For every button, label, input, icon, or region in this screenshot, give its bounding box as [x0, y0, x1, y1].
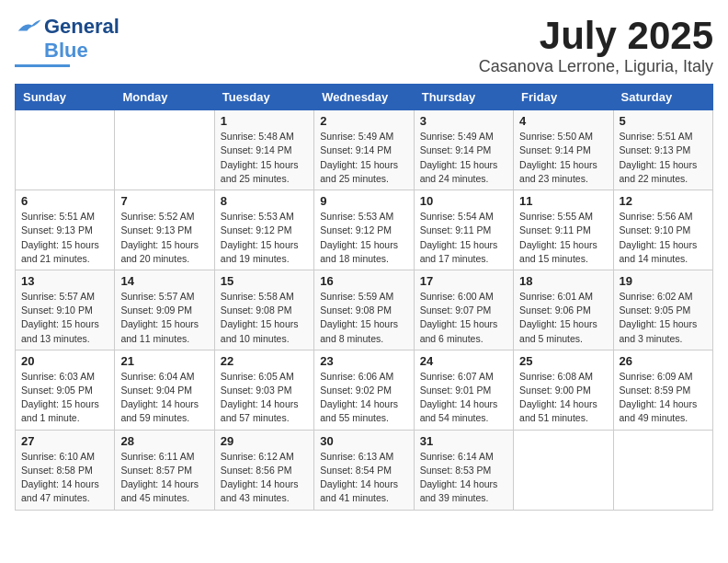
day-number: 8 — [221, 194, 308, 208]
day-number: 6 — [21, 194, 108, 208]
week-row-1: 6Sunrise: 5:51 AM Sunset: 9:13 PM Daylig… — [16, 190, 713, 270]
day-number: 3 — [420, 114, 507, 128]
day-info: Sunrise: 6:00 AM Sunset: 9:07 PM Dayligh… — [420, 290, 507, 346]
day-info: Sunrise: 6:12 AM Sunset: 8:56 PM Dayligh… — [221, 450, 308, 506]
header-day-thursday: Thursday — [414, 85, 513, 110]
calendar-cell: 6Sunrise: 5:51 AM Sunset: 9:13 PM Daylig… — [16, 190, 115, 270]
day-info: Sunrise: 6:04 AM Sunset: 9:04 PM Dayligh… — [120, 370, 208, 426]
location-title: Casanova Lerrone, Liguria, Italy — [479, 57, 713, 76]
day-number: 7 — [120, 194, 208, 208]
day-info: Sunrise: 5:51 AM Sunset: 9:13 PM Dayligh… — [620, 130, 707, 186]
calendar-cell: 27Sunrise: 6:10 AM Sunset: 8:58 PM Dayli… — [16, 430, 115, 510]
calendar-cell: 20Sunrise: 6:03 AM Sunset: 9:05 PM Dayli… — [16, 350, 115, 430]
day-number: 19 — [620, 274, 707, 288]
calendar-cell: 5Sunrise: 5:51 AM Sunset: 9:13 PM Daylig… — [613, 110, 712, 190]
calendar-cell: 24Sunrise: 6:07 AM Sunset: 9:01 PM Dayli… — [414, 350, 513, 430]
day-info: Sunrise: 5:58 AM Sunset: 9:08 PM Dayligh… — [221, 290, 308, 346]
header-day-monday: Monday — [115, 85, 214, 110]
day-number: 1 — [221, 114, 308, 128]
calendar-cell: 14Sunrise: 5:57 AM Sunset: 9:09 PM Dayli… — [115, 270, 214, 350]
day-number: 29 — [221, 434, 308, 448]
calendar-body: 1Sunrise: 5:48 AM Sunset: 9:14 PM Daylig… — [16, 110, 713, 510]
calendar-header: SundayMondayTuesdayWednesdayThursdayFrid… — [16, 85, 713, 110]
day-info: Sunrise: 5:59 AM Sunset: 9:08 PM Dayligh… — [320, 290, 407, 346]
day-number: 16 — [320, 274, 407, 288]
day-number: 14 — [120, 274, 208, 288]
calendar-cell: 28Sunrise: 6:11 AM Sunset: 8:57 PM Dayli… — [115, 430, 214, 510]
day-number: 23 — [320, 354, 407, 368]
calendar-cell: 22Sunrise: 6:05 AM Sunset: 9:03 PM Dayli… — [214, 350, 313, 430]
calendar-cell: 31Sunrise: 6:14 AM Sunset: 8:53 PM Dayli… — [414, 430, 513, 510]
day-number: 20 — [21, 354, 108, 368]
day-info: Sunrise: 6:14 AM Sunset: 8:53 PM Dayligh… — [420, 450, 507, 506]
day-number: 11 — [519, 194, 607, 208]
day-number: 24 — [420, 354, 507, 368]
calendar-cell: 19Sunrise: 6:02 AM Sunset: 9:05 PM Dayli… — [613, 270, 712, 350]
header-day-saturday: Saturday — [613, 85, 712, 110]
calendar-cell: 15Sunrise: 5:58 AM Sunset: 9:08 PM Dayli… — [214, 270, 313, 350]
calendar-cell: 4Sunrise: 5:50 AM Sunset: 9:14 PM Daylig… — [514, 110, 613, 190]
day-number: 26 — [620, 354, 707, 368]
calendar-cell: 12Sunrise: 5:56 AM Sunset: 9:10 PM Dayli… — [613, 190, 712, 270]
day-number: 18 — [519, 274, 607, 288]
week-row-4: 27Sunrise: 6:10 AM Sunset: 8:58 PM Dayli… — [16, 430, 713, 510]
logo-blue-text: Blue — [44, 39, 88, 63]
day-info: Sunrise: 5:56 AM Sunset: 9:10 PM Dayligh… — [620, 210, 707, 266]
calendar-cell: 23Sunrise: 6:06 AM Sunset: 9:02 PM Dayli… — [314, 350, 414, 430]
calendar-cell: 10Sunrise: 5:54 AM Sunset: 9:11 PM Dayli… — [414, 190, 513, 270]
day-info: Sunrise: 5:54 AM Sunset: 9:11 PM Dayligh… — [420, 210, 507, 266]
header-day-friday: Friday — [514, 85, 613, 110]
day-number: 4 — [519, 114, 607, 128]
day-info: Sunrise: 5:52 AM Sunset: 9:13 PM Dayligh… — [120, 210, 208, 266]
calendar-cell: 18Sunrise: 6:01 AM Sunset: 9:06 PM Dayli… — [514, 270, 613, 350]
calendar-cell: 9Sunrise: 5:53 AM Sunset: 9:12 PM Daylig… — [314, 190, 414, 270]
page-header: General Blue July 2025 Casanova Lerrone,… — [15, 15, 713, 76]
calendar-cell: 1Sunrise: 5:48 AM Sunset: 9:14 PM Daylig… — [214, 110, 313, 190]
day-number: 9 — [320, 194, 407, 208]
header-day-wednesday: Wednesday — [314, 85, 414, 110]
calendar-cell: 17Sunrise: 6:00 AM Sunset: 9:07 PM Dayli… — [414, 270, 513, 350]
day-number: 27 — [21, 434, 108, 448]
day-number: 28 — [120, 434, 208, 448]
day-info: Sunrise: 6:05 AM Sunset: 9:03 PM Dayligh… — [221, 370, 308, 426]
day-number: 10 — [420, 194, 507, 208]
day-info: Sunrise: 6:01 AM Sunset: 9:06 PM Dayligh… — [519, 290, 607, 346]
logo-underline — [15, 64, 70, 67]
week-row-2: 13Sunrise: 5:57 AM Sunset: 9:10 PM Dayli… — [16, 270, 713, 350]
day-number: 30 — [320, 434, 407, 448]
day-info: Sunrise: 5:49 AM Sunset: 9:14 PM Dayligh… — [320, 130, 407, 186]
day-number: 22 — [221, 354, 308, 368]
day-info: Sunrise: 6:13 AM Sunset: 8:54 PM Dayligh… — [320, 450, 407, 506]
logo-general-text: General — [44, 15, 119, 39]
day-number: 5 — [620, 114, 707, 128]
day-info: Sunrise: 6:03 AM Sunset: 9:05 PM Dayligh… — [21, 370, 108, 426]
day-info: Sunrise: 6:06 AM Sunset: 9:02 PM Dayligh… — [320, 370, 407, 426]
title-block: July 2025 Casanova Lerrone, Liguria, Ita… — [479, 15, 713, 76]
calendar-table: SundayMondayTuesdayWednesdayThursdayFrid… — [15, 84, 713, 510]
calendar-cell: 30Sunrise: 6:13 AM Sunset: 8:54 PM Dayli… — [314, 430, 414, 510]
day-number: 12 — [620, 194, 707, 208]
day-info: Sunrise: 5:53 AM Sunset: 9:12 PM Dayligh… — [221, 210, 308, 266]
day-number: 31 — [420, 434, 507, 448]
month-title: July 2025 — [479, 15, 713, 57]
day-info: Sunrise: 5:55 AM Sunset: 9:11 PM Dayligh… — [519, 210, 607, 266]
calendar-cell: 25Sunrise: 6:08 AM Sunset: 9:00 PM Dayli… — [514, 350, 613, 430]
logo: General Blue — [15, 15, 119, 67]
day-info: Sunrise: 6:10 AM Sunset: 8:58 PM Dayligh… — [21, 450, 108, 506]
day-number: 2 — [320, 114, 407, 128]
calendar-cell: 26Sunrise: 6:09 AM Sunset: 8:59 PM Dayli… — [613, 350, 712, 430]
day-info: Sunrise: 6:08 AM Sunset: 9:00 PM Dayligh… — [519, 370, 607, 426]
day-info: Sunrise: 6:02 AM Sunset: 9:05 PM Dayligh… — [620, 290, 707, 346]
day-number: 21 — [120, 354, 208, 368]
week-row-3: 20Sunrise: 6:03 AM Sunset: 9:05 PM Dayli… — [16, 350, 713, 430]
calendar-cell: 21Sunrise: 6:04 AM Sunset: 9:04 PM Dayli… — [115, 350, 214, 430]
header-day-tuesday: Tuesday — [214, 85, 313, 110]
week-row-0: 1Sunrise: 5:48 AM Sunset: 9:14 PM Daylig… — [16, 110, 713, 190]
calendar-cell: 7Sunrise: 5:52 AM Sunset: 9:13 PM Daylig… — [115, 190, 214, 270]
day-info: Sunrise: 5:51 AM Sunset: 9:13 PM Dayligh… — [21, 210, 108, 266]
logo-bird-icon — [15, 18, 42, 35]
day-info: Sunrise: 5:49 AM Sunset: 9:14 PM Dayligh… — [420, 130, 507, 186]
day-number: 15 — [221, 274, 308, 288]
calendar-cell — [115, 110, 214, 190]
day-info: Sunrise: 5:53 AM Sunset: 9:12 PM Dayligh… — [320, 210, 407, 266]
